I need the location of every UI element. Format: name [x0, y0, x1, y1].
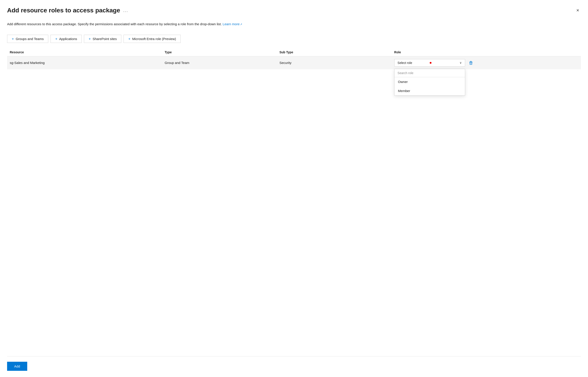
description: Add different resources to this access p…	[7, 22, 581, 27]
close-icon: ×	[576, 8, 579, 13]
svg-rect-1	[469, 62, 472, 62]
cell-type: Group and Team	[162, 56, 277, 69]
dialog-title-area: Add resource roles to access package ...	[7, 7, 128, 14]
role-cell: Select role ∨	[394, 59, 578, 67]
role-option-member[interactable]: Member	[395, 86, 465, 95]
resource-table: Resource Type Sub Type Role sg-Sales and…	[7, 48, 581, 69]
chevron-down-icon: ∨	[460, 61, 462, 64]
dialog-header: Add resource roles to access package ...…	[7, 6, 581, 15]
close-button[interactable]: ×	[575, 6, 581, 15]
learn-more-label: Learn more	[223, 22, 240, 26]
footer: Add	[7, 356, 581, 377]
table-row: sg-Sales and Marketing Group and Team Se…	[7, 56, 581, 69]
validation-dot	[430, 62, 432, 64]
plus-icon: +	[128, 37, 130, 41]
add-button[interactable]: Add	[7, 362, 27, 371]
add-groups-and-teams-button[interactable]: + Groups and Teams	[7, 35, 48, 43]
table-header-row: Resource Type Sub Type Role	[7, 48, 581, 56]
description-text: Add different resources to this access p…	[7, 22, 222, 26]
add-sharepoint-sites-button[interactable]: + SharePoint sites	[84, 35, 121, 43]
table-container: Resource Type Sub Type Role sg-Sales and…	[7, 48, 581, 351]
add-microsoft-entra-role-button[interactable]: + Microsoft Entra role (Preview)	[123, 35, 181, 43]
delete-row-button[interactable]	[467, 60, 475, 66]
dialog-title: Add resource roles to access package	[7, 7, 120, 14]
svg-rect-0	[470, 61, 472, 61]
microsoft-entra-role-label: Microsoft Entra role (Preview)	[132, 37, 176, 41]
sharepoint-sites-label: SharePoint sites	[93, 37, 117, 41]
role-option-owner[interactable]: Owner	[395, 77, 465, 86]
trash-icon	[469, 61, 473, 65]
cell-resource: sg-Sales and Marketing	[7, 56, 162, 69]
plus-icon: +	[55, 37, 57, 41]
role-dropdown-panel: Owner Member	[394, 69, 465, 95]
col-header-subtype: Sub Type	[277, 48, 391, 56]
select-role-label: Select role	[398, 61, 412, 65]
add-applications-button[interactable]: + Applications	[50, 35, 82, 43]
cell-role: Select role ∨	[392, 56, 581, 69]
plus-icon: +	[89, 37, 91, 41]
plus-icon: +	[12, 37, 14, 41]
search-role-input[interactable]	[395, 69, 465, 77]
applications-label: Applications	[59, 37, 77, 41]
col-header-resource: Resource	[7, 48, 162, 56]
external-link-icon: ↗	[240, 22, 242, 26]
col-header-role: Role	[392, 48, 581, 56]
groups-and-teams-label: Groups and Teams	[16, 37, 44, 41]
toolbar: + Groups and Teams + Applications + Shar…	[7, 35, 581, 43]
cell-subtype: Security	[277, 56, 391, 69]
dialog-title-ellipsis[interactable]: ...	[123, 8, 128, 13]
learn-more-link[interactable]: Learn more↗	[223, 22, 242, 26]
dialog: Add resource roles to access package ...…	[0, 0, 588, 377]
col-header-type: Type	[162, 48, 277, 56]
